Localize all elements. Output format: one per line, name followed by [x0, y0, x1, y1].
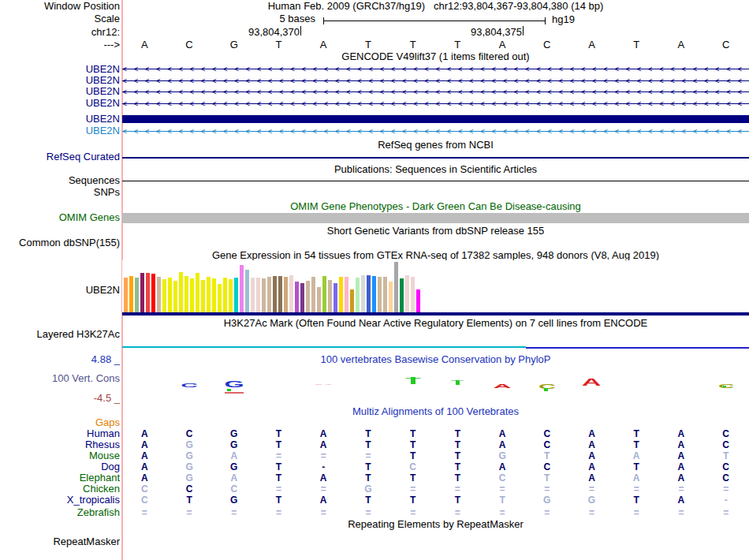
track-label-sequences[interactable]: Sequences	[0, 175, 120, 186]
gtex-tissue-bar[interactable]	[311, 277, 315, 312]
track-label-ube2n-2[interactable]: UBE2N	[0, 75, 120, 86]
gencode-transcript-solid[interactable]	[122, 115, 749, 123]
gtex-tissue-bar[interactable]	[367, 275, 371, 312]
gtex-tissue-bar[interactable]	[289, 275, 293, 312]
gtex-tissue-bar[interactable]	[201, 280, 205, 312]
gtex-tissue-bar[interactable]	[317, 287, 321, 312]
track-label-omim-genes[interactable]: OMIM Genes	[0, 212, 120, 223]
multiz-species-label-elephant[interactable]: Elephant	[0, 472, 120, 483]
gencode-transcript-arrows[interactable]: <<<<<<<<<<<<<<<<<<<<<<<<<<<<<<<<<<<<<<<<…	[122, 99, 749, 108]
gtex-tissue-bar[interactable]	[300, 283, 304, 312]
aligned-base: T	[614, 439, 659, 450]
refseq-curated-track-line[interactable]	[122, 157, 749, 159]
gtex-tissue-bar[interactable]	[168, 278, 172, 312]
scale-label: Scale	[0, 13, 120, 24]
gtex-tissue-bar[interactable]	[378, 277, 382, 312]
multiz-species-label-gaps[interactable]: Gaps	[0, 417, 120, 428]
track-label-common-dbsnp[interactable]: Common dbSNP(155)	[0, 237, 120, 248]
gtex-tissue-bar[interactable]	[135, 278, 139, 312]
gtex-tissue-bar[interactable]	[383, 277, 387, 312]
track-label-layered-h3k27ac[interactable]: Layered H3K27Ac	[0, 329, 120, 340]
gencode-transcript-arrows[interactable]: <<<<<<<<<<<<<<<<<<<<<<<<<<<<<<<<<<<<<<<<…	[122, 127, 749, 136]
gtex-tissue-bar[interactable]	[356, 278, 360, 312]
gtex-tissue-bar[interactable]	[256, 278, 260, 312]
track-label-ube2n-5[interactable]: UBE2N	[0, 114, 120, 125]
track-label-ube2n-4[interactable]: UBE2N	[0, 98, 120, 109]
gtex-tissue-bar[interactable]	[394, 262, 398, 312]
gtex-tissue-bar[interactable]	[162, 279, 166, 312]
gtex-tissue-bar[interactable]	[124, 278, 128, 312]
gtex-tissue-bar[interactable]	[207, 277, 211, 312]
gencode-transcript-arrows[interactable]: <<<<<<<<<<<<<<<<<<<<<<<<<<<<<<<<<<<<<<<<…	[122, 65, 749, 73]
gtex-tissue-bar[interactable]	[151, 274, 155, 312]
multiz-species-label-rhesus[interactable]: Rhesus	[0, 439, 120, 450]
gencode-transcript-arrows[interactable]: <<<<<<<<<<<<<<<<<<<<<<<<<<<<<<<<<<<<<<<<…	[122, 88, 749, 96]
gtex-tissue-bar[interactable]	[184, 276, 188, 312]
gtex-tissue-bar[interactable]	[129, 276, 133, 312]
multiz-species-label-human[interactable]: Human	[0, 428, 120, 439]
gtex-tissue-bar[interactable]	[389, 282, 393, 312]
gtex-tissue-bar[interactable]	[212, 278, 216, 312]
conservation-logo-mark	[456, 381, 460, 385]
gtex-tissue-bar[interactable]	[322, 276, 326, 312]
gtex-tissue-bar[interactable]	[251, 278, 255, 312]
gtex-tissue-bar[interactable]	[334, 283, 337, 312]
sequences-track-line[interactable]	[122, 181, 749, 181]
gtex-tissue-bar[interactable]	[273, 276, 277, 312]
aligned-base: =	[301, 483, 346, 495]
track-label-gtex-ube2n[interactable]: UBE2N	[0, 285, 120, 296]
gtex-tissue-bar[interactable]	[234, 278, 238, 312]
track-label-ube2n-3[interactable]: UBE2N	[0, 86, 120, 97]
gtex-tissue-bar[interactable]	[229, 279, 233, 312]
track-label-refseq-curated[interactable]: RefSeq Curated	[0, 151, 120, 162]
gtex-tissue-bar[interactable]	[339, 277, 343, 312]
gtex-tissue-bar[interactable]	[284, 277, 288, 312]
gtex-tissue-bar[interactable]	[295, 282, 299, 312]
gtex-tissue-bar[interactable]	[361, 275, 365, 312]
gtex-tissue-bar[interactable]	[157, 277, 161, 312]
track-label-100-vert-cons[interactable]: 100 Vert. Cons	[0, 373, 120, 384]
aligned-base: A	[614, 450, 659, 461]
aligned-base: G	[167, 439, 212, 450]
gtex-tissue-bar[interactable]	[218, 284, 222, 312]
gtex-tissue-bar[interactable]	[350, 289, 354, 312]
gtex-tissue-bar[interactable]	[306, 281, 310, 312]
track-label-ube2n-1[interactable]: UBE2N	[0, 64, 120, 75]
multiz-species-label-chicken[interactable]: Chicken	[0, 483, 120, 495]
gtex-tissue-bar[interactable]	[372, 276, 376, 312]
multiz-species-label-x_tropicalis[interactable]: X_tropicalis	[0, 495, 120, 506]
gtex-tissue-bar[interactable]	[245, 270, 249, 312]
gtex-tissue-bar[interactable]	[190, 278, 194, 312]
strand-arrows: <<<<<<<<<<<<<<<<<<<<<<<<<<<<<<<<<<<<<<<<…	[122, 99, 749, 108]
aligned-base: C	[524, 428, 569, 439]
gtex-tissue-bar[interactable]	[262, 278, 266, 312]
omim-genes-track-bar[interactable]	[122, 213, 749, 223]
gtex-tissue-bar[interactable]	[328, 280, 332, 312]
gtex-tissue-bar[interactable]	[278, 276, 282, 312]
track-label-repeatmasker[interactable]: RepeatMasker	[0, 536, 120, 547]
multiz-species-label-mouse[interactable]: Mouse	[0, 450, 120, 461]
multiz-species-label-zebrafish[interactable]: Zebrafish	[0, 507, 120, 518]
gtex-tissue-bar[interactable]	[405, 275, 409, 312]
gtex-tissue-bar[interactable]	[179, 272, 183, 312]
gtex-tissue-bar[interactable]	[345, 277, 348, 312]
gtex-tissue-bar[interactable]	[416, 289, 420, 312]
gtex-expression-track[interactable]	[122, 260, 749, 315]
gencode-transcript-arrows[interactable]: <<<<<<<<<<<<<<<<<<<<<<<<<<<<<<<<<<<<<<<<…	[122, 77, 749, 85]
multiz-species-label-dog[interactable]: Dog	[0, 461, 120, 472]
gtex-tissue-bar[interactable]	[411, 277, 415, 312]
aligned-base: G	[211, 428, 256, 439]
gtex-tissue-bar[interactable]	[140, 273, 144, 312]
gtex-tissue-bar[interactable]	[240, 265, 244, 312]
aligned-base: T	[390, 428, 435, 439]
gtex-tissue-bar[interactable]	[196, 273, 199, 312]
track-label-snps[interactable]: SNPs	[0, 187, 120, 198]
gtex-tissue-bar[interactable]	[146, 273, 150, 312]
gtex-tissue-bar[interactable]	[267, 277, 271, 312]
gtex-tissue-bar[interactable]	[173, 281, 177, 312]
aligned-base: =	[211, 507, 256, 518]
track-label-ube2n-6[interactable]: UBE2N	[0, 125, 120, 136]
gtex-tissue-bar[interactable]	[400, 278, 404, 312]
gtex-tissue-bar[interactable]	[223, 278, 227, 312]
chrom-label: chr12:	[0, 27, 120, 38]
